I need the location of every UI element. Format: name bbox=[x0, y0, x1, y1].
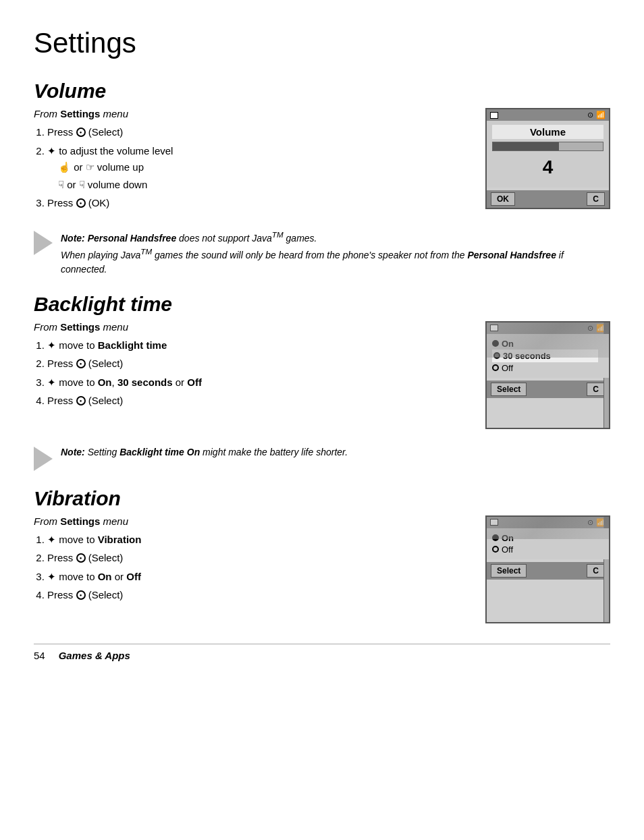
vibration-steps: ✦ move to Vibration Press (Select) ✦ mov… bbox=[34, 531, 472, 604]
backlight-text: From Settings menu ✦ move to Backlight t… bbox=[34, 321, 472, 411]
volume-screen-title: Volume bbox=[492, 125, 603, 139]
volume-step-1: Press (Select) bbox=[47, 123, 472, 141]
radio-empty-vib-off bbox=[492, 546, 499, 553]
vibration-option-off: Off bbox=[492, 544, 598, 555]
vibration-select-button: Select bbox=[491, 564, 527, 578]
volume-screen: ⊙ 📶 Volume 4 OK C bbox=[485, 108, 610, 209]
volume-title: Volume bbox=[34, 80, 610, 103]
volume-step-2: ✦ to adjust the volume level ☝ or ☞ volu… bbox=[47, 142, 472, 194]
backlight-from-menu: From Settings menu bbox=[34, 321, 472, 333]
vibration-step-3: ✦ move to On or Off bbox=[47, 568, 472, 586]
select-icon-2 bbox=[76, 198, 86, 208]
backlight-body: On 30 seconds Off bbox=[487, 334, 609, 378]
vibration-c-button: C bbox=[587, 564, 605, 578]
ok-button: OK bbox=[491, 192, 515, 206]
select-icon-6 bbox=[76, 590, 86, 600]
volume-value: 4 bbox=[492, 157, 603, 178]
volume-status-bar: ⊙ 📶 bbox=[487, 109, 609, 121]
note-backlight-arrow-icon bbox=[34, 447, 53, 471]
backlight-section: Backlight time From Settings menu ✦ move… bbox=[34, 293, 610, 429]
vibration-step-2: Press (Select) bbox=[47, 549, 472, 567]
vibration-bottom-bar: Select C bbox=[487, 562, 609, 580]
note-volume: Note: Personal Handsfree does not suppor… bbox=[34, 227, 610, 279]
backlight-step-1: ✦ move to Backlight time bbox=[47, 337, 472, 354]
vibration-title: Vibration bbox=[34, 487, 610, 510]
battery-icon: ⊙ bbox=[587, 111, 593, 119]
volume-text: From Settings menu Press (Select) ✦ to a… bbox=[34, 108, 472, 213]
signal-icon: 📶 bbox=[596, 111, 606, 119]
vibration-step-4: Press (Select) bbox=[47, 586, 472, 604]
vibration-body: On Off bbox=[487, 528, 609, 559]
page-title: Settings bbox=[34, 27, 610, 59]
radio-empty-off bbox=[492, 364, 499, 371]
vibration-off-label: Off bbox=[502, 544, 513, 555]
footer-section-label: Games & Apps bbox=[59, 650, 130, 661]
backlight-step-2: Press (Select) bbox=[47, 355, 472, 372]
select-icon-4 bbox=[76, 396, 86, 405]
volume-sub-1: ☝ or ☞ volume up bbox=[58, 159, 472, 175]
volume-from-menu: From Settings menu bbox=[34, 108, 472, 119]
status-square-icon bbox=[490, 112, 498, 119]
note-arrow-icon bbox=[34, 231, 53, 255]
select-icon-5 bbox=[76, 553, 86, 563]
volume-steps: Press (Select) ✦ to adjust the volume le… bbox=[34, 123, 472, 212]
footer-page-number: 54 bbox=[34, 650, 45, 661]
footer: 54 Games & Apps bbox=[34, 644, 610, 661]
vibration-step-1: ✦ move to Vibration bbox=[47, 531, 472, 549]
backlight-title: Backlight time bbox=[34, 293, 610, 316]
vibration-screen: ⊙ 📶 On Off Select C bbox=[485, 515, 610, 623]
volume-sub-steps: ☝ or ☞ volume up ☟ or ☟ volume down bbox=[47, 159, 472, 193]
volume-section: Volume From Settings menu Press (Select)… bbox=[34, 80, 610, 213]
note-backlight-text: Note: Setting Backlight time On might ma… bbox=[61, 445, 610, 459]
backlight-step-4: Press (Select) bbox=[47, 392, 472, 410]
vibration-bg-image bbox=[487, 515, 609, 539]
backlight-off-label: Off bbox=[502, 363, 513, 373]
volume-body: Volume 4 bbox=[487, 121, 609, 188]
backlight-bg-image bbox=[487, 321, 609, 358]
vibration-section: Vibration From Settings menu ✦ move to V… bbox=[34, 487, 610, 623]
select-icon-1 bbox=[76, 128, 86, 137]
volume-sub-2: ☟ or ☟ volume down bbox=[58, 177, 472, 193]
note-backlight: Note: Setting Backlight time On might ma… bbox=[34, 443, 610, 474]
backlight-select-button: Select bbox=[491, 383, 527, 396]
volume-slider-fill bbox=[493, 142, 559, 150]
vibration-from-menu: From Settings menu bbox=[34, 515, 472, 527]
status-icons: ⊙ 📶 bbox=[587, 111, 606, 119]
backlight-option-off: Off bbox=[492, 362, 598, 374]
backlight-screen: ⊙ 📶 On 30 seconds Off bbox=[485, 321, 610, 429]
backlight-bottom-bar: Select C bbox=[487, 381, 609, 398]
volume-slider bbox=[492, 142, 603, 151]
volume-step-3: Press (OK) bbox=[47, 194, 472, 212]
volume-bottom-bar: OK C bbox=[487, 190, 609, 208]
note-volume-text: Note: Personal Handsfree does not suppor… bbox=[61, 229, 610, 277]
backlight-step-3: ✦ move to On, 30 seconds or Off bbox=[47, 374, 472, 391]
c-button: C bbox=[587, 192, 605, 206]
select-icon-3 bbox=[76, 359, 86, 368]
vibration-text: From Settings menu ✦ move to Vibration P… bbox=[34, 515, 472, 605]
backlight-c-button: C bbox=[587, 383, 605, 396]
backlight-steps: ✦ move to Backlight time Press (Select) … bbox=[34, 337, 472, 410]
